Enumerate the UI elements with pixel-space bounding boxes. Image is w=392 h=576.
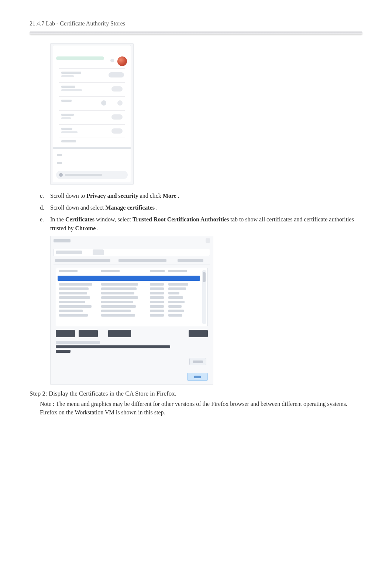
list-marker: c. (40, 192, 50, 200)
instruction-bold: Chrome (75, 225, 96, 231)
certificate-list (56, 268, 208, 326)
note-bold: Note (40, 401, 51, 407)
header-divider (30, 31, 362, 34)
instruction-text: window, select (96, 216, 133, 223)
screenshot-certificates-window (50, 236, 213, 385)
selected-row (58, 276, 200, 281)
sub-tab-row (54, 258, 210, 265)
note-span: : The menu and graphics may be different… (53, 401, 347, 407)
note-span: on the (59, 409, 75, 415)
button-row (56, 330, 208, 338)
instruction-text: . (97, 225, 99, 231)
instruction-text: Scroll down to (50, 193, 86, 199)
page-header-title: 21.4.7 Lab - Certificate Authority Store… (30, 20, 362, 27)
instruction-bold: Trusted Root Certification Authorities (133, 216, 229, 223)
instruction-e: e. In the Certificates window, select Tr… (40, 215, 362, 233)
screenshot-panel (53, 45, 131, 148)
instruction-bold: More (163, 193, 176, 199)
instruction-text: . (178, 193, 179, 199)
search-icon (59, 173, 63, 177)
instruction-d: d. Scroll down and select Manage certifi… (40, 203, 362, 212)
instruction-bold: Certificates (65, 216, 94, 223)
instruction-text: . (156, 204, 158, 211)
note-text: Note : The menu and graphics may be diff… (40, 400, 362, 417)
screenshot-pill (56, 56, 104, 60)
screenshot-chrome-menu (50, 43, 134, 185)
list-marker: e. (40, 215, 50, 233)
description-area (56, 341, 169, 354)
list-marker: d. (40, 203, 50, 212)
note-bold: Workstation (75, 409, 103, 415)
note-bold: Firefox (40, 409, 57, 415)
instruction-text: and click (140, 193, 163, 199)
avatar (117, 56, 127, 66)
tab-selected (93, 249, 104, 255)
close-icon (110, 59, 114, 62)
instruction-text: In the (50, 216, 65, 223)
ok-button (187, 373, 208, 381)
instruction-text: Scroll down and select (50, 204, 105, 211)
tab-row (54, 249, 210, 256)
scrollbar (202, 270, 206, 324)
view-button (189, 358, 206, 365)
window-title-placeholder (54, 239, 71, 242)
instruction-c: c. Scroll down to Privacy and security a… (40, 192, 362, 200)
screenshot-search (56, 171, 128, 179)
note-span: VM is shown in this step. (105, 409, 165, 415)
instruction-bold: Manage certificates (105, 204, 155, 211)
step-heading: Step 2: Display the Certificates in the … (30, 390, 362, 397)
screenshot-bottom-panel (53, 148, 131, 182)
scroll-thumb (203, 272, 206, 282)
instruction-bold: Privacy and security (86, 193, 138, 199)
close-icon (206, 238, 210, 243)
